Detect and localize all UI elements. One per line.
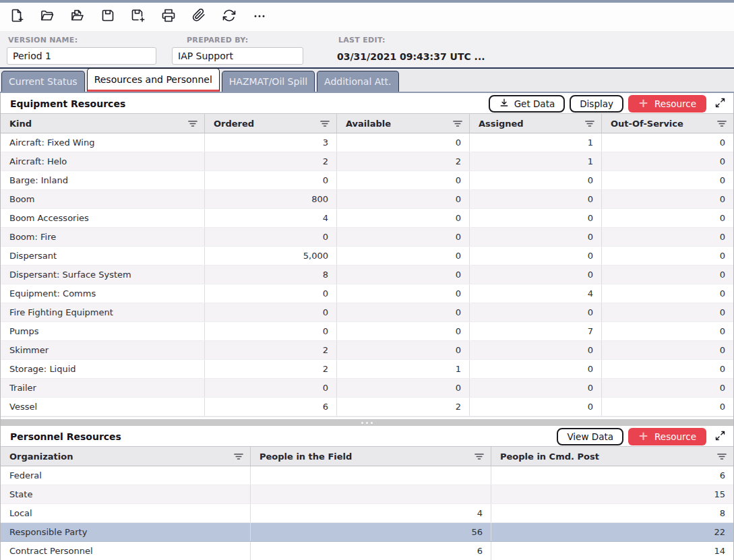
filter-icon[interactable] <box>474 452 485 462</box>
personnel-expand-button[interactable] <box>713 430 727 443</box>
cell: 8 <box>491 504 733 522</box>
cell: 0 <box>602 379 733 397</box>
filter-icon[interactable] <box>452 119 463 129</box>
table-row[interactable]: Boom Accessories4000 <box>1 209 733 228</box>
new-document-icon <box>9 7 25 26</box>
version-name-input[interactable] <box>7 47 156 65</box>
cell: 0 <box>470 171 602 189</box>
table-row[interactable]: State15 <box>1 485 733 504</box>
tab-hazmat-oil-spill[interactable]: HAZMAT/Oil Spill <box>222 71 315 92</box>
table-row[interactable]: Skimmer2000 <box>1 341 733 360</box>
cell: 0 <box>337 209 470 227</box>
save-icon <box>100 7 116 26</box>
prepared-by-input[interactable] <box>172 47 303 65</box>
tab-bar: Current Status Resources and Personnel H… <box>0 67 734 93</box>
version-name-label: VERSION NAME: <box>8 36 156 44</box>
cell: 1 <box>337 360 470 378</box>
filter-icon[interactable] <box>187 119 198 129</box>
cell: Contract Personnel <box>1 542 251 560</box>
cell: 4 <box>470 284 602 303</box>
table-row[interactable]: Pumps0070 <box>1 322 733 341</box>
cell: 6 <box>491 466 733 485</box>
cell: 0 <box>602 133 733 152</box>
view-data-button[interactable]: View Data <box>557 428 623 445</box>
cell: 0 <box>470 190 602 208</box>
cell: 2 <box>337 398 470 416</box>
panel-splitter[interactable] <box>1 419 733 426</box>
cell: 800 <box>205 190 337 208</box>
cell: 0 <box>337 379 470 397</box>
table-row[interactable]: Storage: Liquid2100 <box>1 360 733 379</box>
filter-icon[interactable] <box>319 119 330 129</box>
filter-icon[interactable] <box>233 452 244 462</box>
table-row[interactable]: Responsible Party5622 <box>1 523 733 542</box>
tab-additional-att[interactable]: Additional Att. <box>317 71 399 92</box>
cell: 1 <box>470 152 602 170</box>
table-row[interactable]: Fire Fighting Equipment0000 <box>1 303 733 322</box>
cell: 14 <box>491 542 733 560</box>
table-row[interactable]: Local48 <box>1 504 733 523</box>
print-icon <box>160 7 177 26</box>
cell: 0 <box>602 360 733 378</box>
filter-icon[interactable] <box>584 119 595 129</box>
add-equipment-resource-button[interactable]: + Resource <box>628 95 706 113</box>
table-row[interactable]: Dispersant: Surface System8000 <box>1 266 733 284</box>
cell: 15 <box>491 485 733 503</box>
plus-icon: + <box>638 430 648 442</box>
equipment-expand-button[interactable] <box>713 97 727 111</box>
print-button[interactable] <box>160 9 177 25</box>
cell: 0 <box>470 247 602 265</box>
cell: Fire Fighting Equipment <box>1 303 205 321</box>
filter-icon[interactable] <box>716 119 727 129</box>
open-file-icon <box>69 7 86 26</box>
equipment-resources-title: Equipment Resources <box>10 98 125 109</box>
tab-current-status[interactable]: Current Status <box>1 71 85 92</box>
more-button[interactable] <box>251 9 268 25</box>
table-row[interactable]: Boom800000 <box>1 190 733 209</box>
table-row[interactable]: Equipment: Comms0040 <box>1 284 733 303</box>
cell: 0 <box>602 209 733 227</box>
display-button[interactable]: Display <box>570 95 623 113</box>
table-row[interactable]: Boom: Fire0000 <box>1 228 733 247</box>
get-data-button[interactable]: Get Data <box>489 95 565 113</box>
cell: 0 <box>205 228 337 246</box>
cell <box>251 485 491 503</box>
cell: 0 <box>337 322 470 340</box>
table-row[interactable]: Trailer0000 <box>1 379 733 398</box>
column-header-out-of-service: Out-Of-Service <box>602 114 733 133</box>
table-row[interactable]: Aircraft: Helo2210 <box>1 152 733 171</box>
version-header-bar: VERSION NAME: PREPARED BY: LAST EDIT: 03… <box>0 31 734 67</box>
cell: 0 <box>602 190 733 208</box>
cell: 0 <box>470 266 602 284</box>
save-as-icon <box>130 7 146 26</box>
last-edit-value: 03/31/2021 09:43:37 UTC ... <box>337 51 485 62</box>
download-icon <box>499 98 510 111</box>
attachments-button[interactable] <box>191 9 207 25</box>
table-row[interactable]: Contract Personnel614 <box>1 542 733 560</box>
table-row[interactable]: Barge: Inland0000 <box>1 171 733 190</box>
column-header-kind: Kind <box>1 114 205 133</box>
new-document-button[interactable] <box>9 9 25 25</box>
open-file-button[interactable] <box>69 9 86 25</box>
filter-icon[interactable] <box>716 452 727 462</box>
add-personnel-resource-button[interactable]: + Resource <box>628 428 706 445</box>
cell: Aircraft: Helo <box>1 152 205 170</box>
table-row[interactable]: Aircraft: Fixed Wing3010 <box>1 133 733 152</box>
tab-resources-and-personnel[interactable]: Resources and Personnel <box>87 68 220 92</box>
cell: 3 <box>205 133 337 152</box>
open-folder-button[interactable] <box>39 9 55 25</box>
cell: 0 <box>205 284 337 303</box>
table-row[interactable]: Federal6 <box>1 466 733 485</box>
plus-icon: + <box>638 97 648 109</box>
cell: 0 <box>337 247 470 265</box>
cell: Federal <box>1 466 251 485</box>
cell: 1 <box>470 133 602 152</box>
table-row[interactable]: Vessel6200 <box>1 398 733 416</box>
cell: 0 <box>205 379 337 397</box>
save-button[interactable] <box>100 9 116 25</box>
cell: 56 <box>251 523 491 541</box>
refresh-button[interactable] <box>221 9 237 25</box>
cell: 2 <box>205 341 337 359</box>
save-as-button[interactable] <box>130 9 146 25</box>
table-row[interactable]: Dispersant5,000000 <box>1 247 733 266</box>
